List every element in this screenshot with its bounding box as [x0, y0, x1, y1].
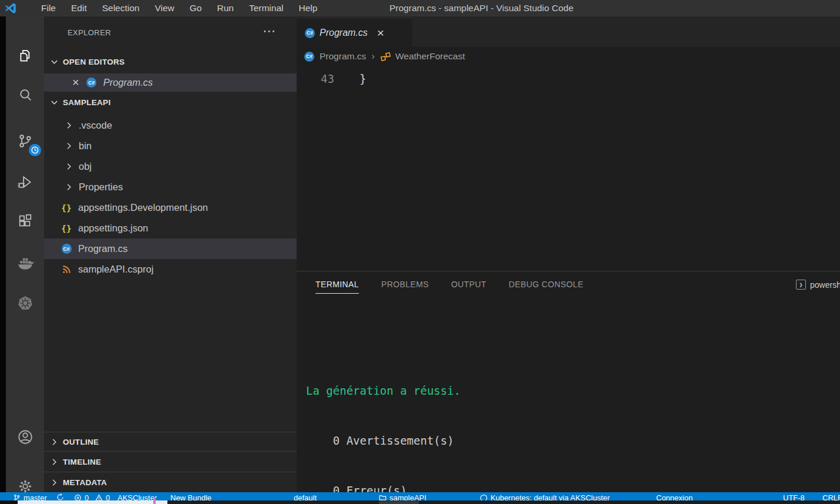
csharp-file-icon: C# — [304, 52, 314, 62]
csharp-file-icon: C# — [61, 244, 72, 254]
project-section-header[interactable]: SAMPLEAPI — [44, 93, 297, 111]
chevron-right-icon — [64, 182, 74, 192]
panel-tab-debug-console[interactable]: DEBUG CONSOLE — [509, 280, 583, 294]
tree-item-sampleapi-csproj[interactable]: sampleAPI.csproj — [44, 259, 297, 280]
chevron-right-icon — [64, 162, 74, 172]
tree-item-label: sampleAPI.csproj — [78, 264, 153, 275]
chevron-right-icon — [49, 437, 59, 447]
shell-label: powershell — [810, 280, 840, 290]
chevron-right-icon — [64, 120, 74, 130]
panel-tab-output[interactable]: OUTPUT — [451, 280, 486, 294]
search-icon — [17, 87, 33, 103]
tab-program-cs[interactable]: C# Program.cs × — [297, 19, 412, 47]
open-editor-item-program-cs[interactable]: × C# Program.cs — [44, 73, 297, 92]
outline-section-header[interactable]: OUTLINE — [44, 432, 297, 451]
panel-tab-problems[interactable]: PROBLEMS — [381, 280, 429, 294]
csharp-file-icon: C# — [305, 28, 315, 38]
sidebar-header: EXPLORER ⋯ — [44, 25, 297, 42]
bottom-panel: TERMINAL PROBLEMS OUTPUT DEBUG CONSOLE ❯… — [297, 271, 840, 492]
activity-bar — [6, 16, 44, 492]
bottom-overlap-light-strip — [18, 500, 167, 504]
panel-tab-terminal[interactable]: TERMINAL — [315, 280, 359, 294]
menu-item-file[interactable]: File — [33, 0, 63, 16]
tree-item-obj[interactable]: obj — [44, 156, 297, 177]
terminal-line: 0 Avertissement(s) — [306, 432, 838, 449]
chevron-right-icon — [64, 141, 74, 151]
activity-item-explorer[interactable] — [6, 41, 44, 72]
json-braces-icon: {} — [61, 224, 72, 233]
open-editors-section-header[interactable]: OPEN EDITORS — [44, 53, 297, 70]
breadcrumb-symbol[interactable]: WeatherForecast — [395, 51, 465, 62]
project-label: SAMPLEAPI — [63, 98, 110, 107]
tree-item-appsettings-development-json[interactable]: {} appsettings.Development.json — [44, 197, 297, 218]
terminal-line: La génération a réussi. — [306, 382, 838, 399]
rss-feed-icon — [61, 264, 72, 274]
tree-item-label: .vscode — [79, 120, 112, 131]
terminal-output[interactable]: La génération a réussi. 0 Avertissement(… — [306, 350, 838, 504]
tree-item-label: bin — [79, 140, 92, 152]
clock-icon — [31, 146, 39, 154]
shell-selector[interactable]: ❯ powershell — [796, 280, 840, 290]
activity-item-extensions[interactable] — [6, 206, 44, 236]
chevron-right-icon — [49, 478, 59, 488]
panel-tabs: TERMINAL PROBLEMS OUTPUT DEBUG CONSOLE — [315, 280, 583, 294]
line-number: 43 — [313, 72, 334, 85]
csharp-file-icon: C# — [86, 78, 97, 88]
tree-item-properties[interactable]: Properties — [44, 177, 297, 197]
close-icon[interactable]: × — [377, 26, 384, 40]
timeline-section-header[interactable]: TIMELINE — [44, 451, 297, 472]
tree-item-vscode[interactable]: .vscode — [44, 115, 297, 136]
tree-item-appsettings-json[interactable]: {} appsettings.json — [44, 218, 297, 238]
chevron-right-icon — [49, 457, 59, 467]
menu-item-go[interactable]: Go — [182, 0, 210, 16]
breadcrumb-file[interactable]: Program.cs — [320, 51, 366, 62]
tree-item-bin[interactable]: bin — [44, 136, 297, 156]
menu-bar: File Edit Selection View Go Run Terminal… — [33, 0, 325, 16]
tree-item-program-cs[interactable]: C# Program.cs — [44, 238, 297, 259]
json-braces-icon: {} — [61, 203, 72, 213]
menu-item-help[interactable]: Help — [291, 0, 325, 16]
menu-item-terminal[interactable]: Terminal — [241, 0, 291, 16]
bottom-overlap-gray-patch — [379, 501, 419, 504]
bottom-overlap-dark-strip — [167, 500, 840, 504]
more-actions-icon[interactable]: ⋯ — [263, 23, 275, 39]
code-line[interactable]: 43 } — [297, 72, 840, 89]
tree-item-label: appsettings.json — [78, 223, 148, 234]
breadcrumb: C# Program.cs › WeatherForecast — [297, 47, 840, 66]
terminal-icon: ❯ — [796, 280, 806, 290]
menu-item-view[interactable]: View — [147, 0, 182, 16]
activity-item-search[interactable] — [6, 80, 44, 110]
files-icon — [17, 48, 33, 65]
account-icon — [16, 428, 34, 446]
menu-item-edit[interactable]: Edit — [63, 0, 95, 16]
tree-item-label: appsettings.Development.json — [78, 202, 208, 213]
title-bar: File Edit Selection View Go Run Terminal… — [0, 0, 840, 16]
activity-item-kubernetes[interactable] — [6, 288, 44, 318]
activity-item-docker[interactable] — [6, 248, 44, 278]
kubernetes-wheel-icon — [16, 294, 34, 312]
tree-item-label: Properties — [79, 182, 123, 193]
tab-label: Program.cs — [320, 28, 368, 38]
open-editor-label: Program.cs — [103, 77, 153, 88]
editor-group: C# Program.cs × C# Program.cs › WeatherF… — [297, 16, 840, 492]
activity-item-run-and-debug[interactable] — [6, 167, 44, 197]
debug-icon — [17, 174, 33, 190]
chevron-down-icon — [49, 98, 59, 107]
window-title: Program.cs - sampleAPI - Visual Studio C… — [389, 0, 573, 16]
activity-item-source-control[interactable] — [6, 126, 44, 156]
sync-pending-badge — [29, 144, 41, 156]
sidebar-title: EXPLORER — [68, 28, 111, 37]
activity-item-accounts[interactable] — [6, 422, 44, 452]
bottom-overlap-dark-left — [0, 500, 18, 504]
timeline-label: TIMELINE — [63, 458, 101, 466]
menu-item-run[interactable]: Run — [209, 0, 241, 16]
class-symbol-icon — [380, 51, 391, 62]
metadata-label: METADATA — [63, 478, 107, 487]
tab-strip: C# Program.cs × — [297, 16, 840, 47]
close-icon[interactable]: × — [72, 76, 79, 89]
metadata-section-header[interactable]: METADATA — [44, 472, 297, 492]
menu-item-selection[interactable]: Selection — [95, 0, 147, 16]
extensions-icon — [17, 213, 33, 229]
code-text: } — [359, 72, 366, 85]
explorer-sidebar: EXPLORER ⋯ OPEN EDITORS × C# Program.cs … — [44, 16, 297, 492]
